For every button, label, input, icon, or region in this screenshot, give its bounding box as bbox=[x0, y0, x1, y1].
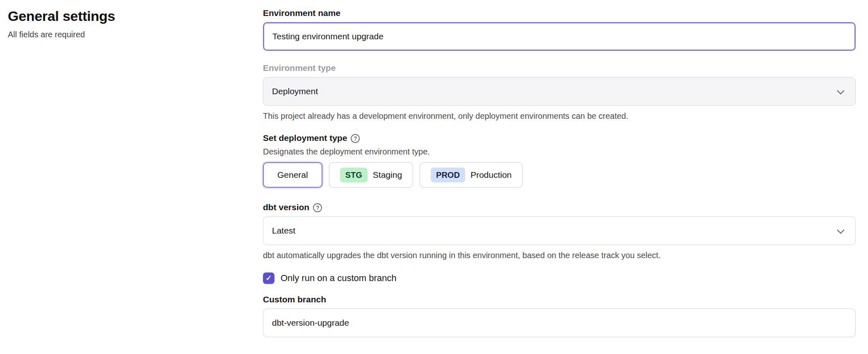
deployment-type-production-label: Production bbox=[471, 170, 512, 180]
environment-type-group: Environment type Deployment This project… bbox=[263, 63, 856, 121]
custom-branch-toggle-label: Only run on a custom branch bbox=[281, 273, 396, 284]
page-subtitle: All fields are required bbox=[8, 30, 263, 39]
environment-settings-form: Environment name Environment type Deploy… bbox=[263, 8, 856, 349]
dbt-version-value: Latest bbox=[272, 226, 295, 236]
custom-branch-toggle-row: ✓ Only run on a custom branch bbox=[263, 272, 856, 284]
deployment-type-staging-button[interactable]: STG Staging bbox=[329, 162, 413, 188]
help-icon[interactable]: ? bbox=[351, 134, 360, 143]
settings-header: General settings All fields are required bbox=[8, 8, 263, 349]
dbt-version-select[interactable]: Latest bbox=[263, 216, 856, 245]
deployment-type-production-button[interactable]: PROD Production bbox=[420, 162, 523, 188]
dbt-version-helper: dbt automatically upgrades the dbt versi… bbox=[263, 251, 856, 260]
staging-badge: STG bbox=[340, 168, 368, 182]
deployment-type-general-label: General bbox=[277, 170, 308, 180]
dbt-version-label: dbt version bbox=[263, 202, 309, 212]
environment-name-group: Environment name bbox=[263, 8, 856, 51]
page-title: General settings bbox=[8, 8, 263, 24]
environment-name-input[interactable] bbox=[263, 22, 856, 51]
production-badge: PROD bbox=[431, 168, 465, 182]
custom-branch-label: Custom branch bbox=[263, 295, 326, 304]
environment-type-value: Deployment bbox=[272, 86, 318, 96]
deployment-type-general-button[interactable]: General bbox=[263, 162, 322, 188]
deployment-type-staging-label: Staging bbox=[373, 170, 402, 180]
deployment-type-options: General STG Staging PROD Production bbox=[263, 162, 856, 188]
custom-branch-checkbox[interactable]: ✓ bbox=[263, 272, 274, 284]
environment-type-helper: This project already has a development e… bbox=[263, 111, 856, 121]
custom-branch-group: Custom branch bbox=[263, 295, 856, 337]
general-settings-page: General settings All fields are required… bbox=[0, 0, 868, 349]
deployment-type-helper: Designates the deployment environment ty… bbox=[263, 147, 856, 157]
dbt-version-group: dbt version ? Latest dbt automatically u… bbox=[263, 202, 856, 260]
checkmark-icon: ✓ bbox=[265, 274, 272, 283]
environment-type-select[interactable]: Deployment bbox=[263, 77, 856, 106]
deployment-type-group: Set deployment type ? Designates the dep… bbox=[263, 133, 856, 188]
deployment-type-label: Set deployment type bbox=[263, 133, 347, 143]
environment-type-label: Environment type bbox=[263, 63, 336, 73]
chevron-down-icon bbox=[837, 226, 844, 234]
help-icon[interactable]: ? bbox=[313, 203, 322, 212]
environment-name-label: Environment name bbox=[263, 8, 340, 18]
chevron-down-icon bbox=[837, 87, 844, 94]
custom-branch-input[interactable] bbox=[263, 309, 856, 337]
